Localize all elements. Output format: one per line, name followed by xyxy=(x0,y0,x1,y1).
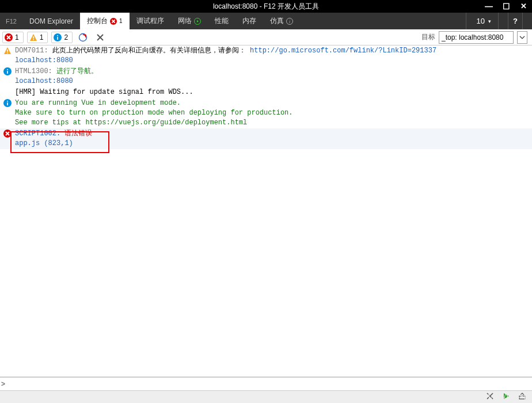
error-icon xyxy=(5,33,13,41)
run-button[interactable] xyxy=(502,392,510,402)
error-icon xyxy=(3,130,12,138)
right-toolbar: 10 ▾ ? xyxy=(466,13,532,29)
console-message-info[interactable]: HTML1300: 进行了导航。 localhost:8080 xyxy=(0,66,532,87)
message-code: DOM7011: xyxy=(15,47,52,55)
expand-button[interactable] xyxy=(518,392,526,402)
filter-errors[interactable]: 1 xyxy=(2,32,24,43)
unpin-button[interactable] xyxy=(522,13,532,29)
svg-rect-16 xyxy=(7,50,8,52)
svg-text:i: i xyxy=(288,19,290,24)
console-message-info[interactable]: You are running Vue in development mode.… xyxy=(0,98,532,128)
close-button[interactable]: ✕ xyxy=(515,0,532,13)
message-source[interactable]: localhost:8080 xyxy=(15,77,532,86)
target-area: 目标 _top: localhost:8080 xyxy=(421,31,530,44)
svg-rect-22 xyxy=(7,102,8,105)
f12-label: F12 xyxy=(0,13,22,29)
status-bar xyxy=(0,390,532,403)
svg-rect-14 xyxy=(58,35,59,36)
device-selector[interactable]: 10 ▾ xyxy=(466,13,498,29)
close-console-button[interactable] xyxy=(486,392,494,402)
target-dropdown[interactable] xyxy=(517,31,527,44)
clear-button[interactable] xyxy=(93,31,107,44)
message-link[interactable]: http://go.microsoft.com/fwlink/?LinkID=2… xyxy=(250,47,436,55)
svg-rect-23 xyxy=(7,101,8,102)
refresh-icon xyxy=(78,33,88,42)
warning-icon xyxy=(3,47,12,55)
filter-bar: 1 1 2 目标 _top: localhost:8080 xyxy=(0,29,532,45)
console-prompt: > xyxy=(1,380,5,388)
target-label: 目标 xyxy=(421,32,435,42)
window-controls: — ☐ ✕ xyxy=(480,0,532,13)
svg-rect-13 xyxy=(58,37,59,40)
info-icon xyxy=(3,67,12,75)
message-source[interactable]: localhost:8080 xyxy=(15,56,532,66)
play-icon xyxy=(194,18,201,25)
message-source[interactable]: app.js (823,1) xyxy=(15,139,532,149)
window-title: localhost:8080 - F12 开发人员工具 xyxy=(213,2,319,12)
tab-bar: F12 DOM Explorer 控制台 1 调试程序 网络 性能 内存 仿真 … xyxy=(0,13,532,29)
error-icon xyxy=(110,18,117,25)
svg-rect-11 xyxy=(33,39,34,40)
info-icon xyxy=(54,33,62,41)
console-input-bar: > xyxy=(0,377,532,390)
tab-emulation[interactable]: 仿真 i xyxy=(263,13,300,29)
target-select[interactable]: _top: localhost:8080 xyxy=(439,31,514,44)
tab-network[interactable]: 网络 xyxy=(171,13,208,29)
svg-rect-17 xyxy=(7,52,8,54)
message-code: HTML1300: xyxy=(15,67,56,75)
console-output: DOM7011: 此页上的代码禁用了反向和正向缓存。有关详细信息，请参阅： ht… xyxy=(0,45,532,389)
info-icon: i xyxy=(286,18,293,25)
close-icon xyxy=(486,392,494,400)
console-message-log[interactable]: [HMR] Waiting for update signal from WDS… xyxy=(0,87,532,98)
svg-rect-25 xyxy=(519,396,525,399)
warning-icon xyxy=(29,33,37,41)
info-icon xyxy=(3,99,12,107)
minimize-button[interactable]: — xyxy=(480,0,497,13)
maximize-button[interactable]: ☐ xyxy=(497,0,515,13)
message-code: SCRIPT1002: xyxy=(15,130,64,138)
console-message-error[interactable]: SCRIPT1002: 语法错误 app.js (823,1) xyxy=(0,128,532,149)
console-message-warning[interactable]: DOM7011: 此页上的代码禁用了反向和正向缓存。有关详细信息，请参阅： ht… xyxy=(0,45,532,66)
svg-rect-19 xyxy=(7,71,8,74)
filter-warnings[interactable]: 1 xyxy=(27,32,48,43)
tab-debugger[interactable]: 调试程序 xyxy=(130,13,171,29)
tab-performance[interactable]: 性能 xyxy=(208,13,235,29)
window-titlebar: localhost:8080 - F12 开发人员工具 — ☐ ✕ xyxy=(0,0,532,13)
refresh-button[interactable] xyxy=(76,31,90,44)
clear-icon xyxy=(96,33,105,42)
expand-icon xyxy=(518,392,526,400)
tab-memory[interactable]: 内存 xyxy=(235,13,263,29)
tab-console[interactable]: 控制台 1 xyxy=(80,13,130,29)
svg-rect-10 xyxy=(33,36,34,39)
filter-info[interactable]: 2 xyxy=(51,32,73,43)
console-input[interactable] xyxy=(7,380,531,388)
play-icon xyxy=(502,392,510,400)
chevron-down-icon xyxy=(519,36,525,39)
svg-rect-20 xyxy=(7,69,8,70)
help-button[interactable]: ? xyxy=(508,13,522,29)
step-button[interactable] xyxy=(498,13,508,29)
tab-dom-explorer[interactable]: DOM Explorer xyxy=(22,13,80,29)
